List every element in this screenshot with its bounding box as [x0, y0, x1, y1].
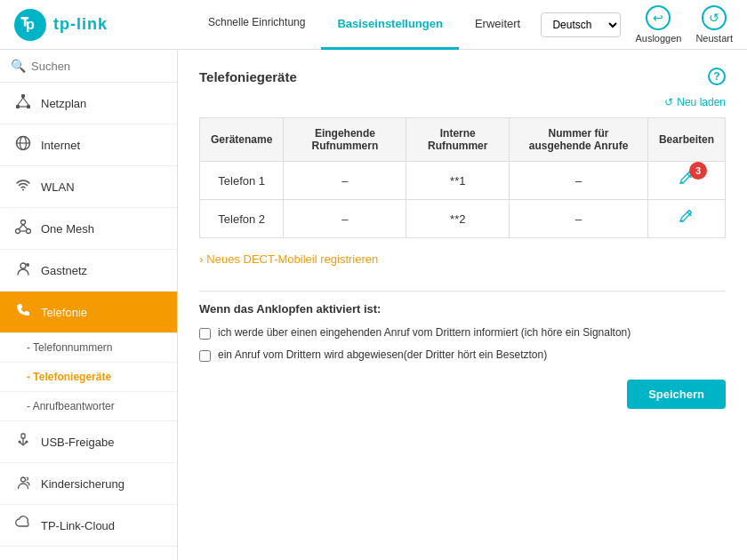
svg-rect-3	[24, 17, 27, 27]
checkbox-label-1: ich werde über einen eingehenden Anruf v…	[218, 326, 631, 339]
help-icon[interactable]: ?	[708, 68, 726, 85]
svg-rect-6	[27, 105, 30, 108]
sidebar-item-gastnetz[interactable]: + Gastnetz	[0, 250, 177, 292]
sidebar-item-usb[interactable]: USB-Freigabe	[0, 421, 177, 463]
cell-edit-2	[647, 200, 725, 238]
sidebar: 🔍 Netzplan	[0, 50, 178, 560]
svg-point-16	[27, 229, 31, 234]
sidebar-item-internet[interactable]: Internet	[0, 124, 177, 166]
sidebar-item-telefonie[interactable]: Telefonie	[0, 292, 177, 333]
restart-icon: ↺	[702, 5, 727, 30]
logout-label: Ausloggen	[635, 33, 681, 44]
network-icon	[14, 93, 32, 113]
sidebar-label-telefonie: Telefonie	[41, 306, 87, 319]
reload-icon: ↺	[664, 96, 673, 108]
top-actions: ↩ Ausloggen ↺ Neustart	[635, 5, 733, 44]
col-header-geraetename: Gerätename	[200, 118, 284, 162]
table-row: Telefon 1 – **1 –	[200, 162, 726, 200]
sidebar-label-netzplan: Netzplan	[41, 97, 86, 110]
reload-label: Neu laden	[677, 96, 726, 108]
cell-edit-1: 3	[647, 162, 725, 200]
reload-button[interactable]: ↺ Neu laden	[199, 96, 726, 108]
cell-outgoing-2: –	[510, 200, 648, 238]
tp-link-logo-icon: p	[14, 9, 46, 41]
logout-button[interactable]: ↩ Ausloggen	[635, 5, 681, 44]
phone-icon	[14, 302, 32, 322]
internet-icon	[14, 135, 32, 155]
sidebar-label-tpcloud: TP-Link-Cloud	[41, 519, 115, 532]
svg-point-14	[21, 220, 26, 225]
checkbox-inform[interactable]	[199, 328, 211, 340]
language-select[interactable]: Deutsch English	[541, 12, 621, 37]
logout-icon: ↩	[646, 5, 671, 30]
call-waiting-title: Wenn das Anklopfen aktiviert ist:	[199, 302, 726, 316]
sidebar-label-usb: USB-Freigabe	[41, 436, 114, 449]
sidebar-item-onemesh[interactable]: One Mesh	[0, 208, 177, 250]
svg-point-27	[19, 441, 21, 444]
col-header-eingehende: Eingehende Rufnummern	[284, 118, 406, 162]
tab-erweitert[interactable]: Erweitert	[459, 0, 536, 50]
checkbox-label-2: ein Anruf vom Drittern wird abgewiesen(d…	[218, 348, 547, 361]
svg-line-8	[23, 98, 28, 105]
checkbox-reject[interactable]	[199, 350, 211, 362]
restart-button[interactable]: ↺ Neustart	[695, 5, 733, 44]
sidebar-label-onemesh: One Mesh	[41, 222, 94, 236]
edit-badge-container: 3	[679, 171, 695, 190]
tab-basiseinstellungen[interactable]: Basiseinstellungen	[321, 0, 458, 50]
table-row: Telefon 2 – **2 –	[200, 200, 726, 238]
guest-icon: +	[14, 260, 32, 280]
section-title-row: Telefoniegeräte ?	[199, 68, 726, 85]
svg-line-18	[23, 225, 28, 230]
tab-schnelle-einrichtung[interactable]: Schnelle Einrichtung	[192, 0, 321, 50]
svg-point-13	[22, 189, 24, 191]
checkbox-row-1: ich werde über einen eingehenden Anruf v…	[199, 326, 726, 340]
save-button[interactable]: Speichern	[627, 380, 726, 409]
sidebar-label-gastnetz: Gastnetz	[41, 264, 87, 277]
cell-name-1: Telefon 1	[200, 162, 284, 200]
search-box: 🔍	[0, 50, 177, 83]
svg-line-7	[18, 98, 23, 105]
svg-line-17	[19, 225, 23, 230]
svg-point-15	[16, 229, 20, 234]
svg-rect-4	[21, 94, 25, 98]
col-header-ausgehende: Nummer für ausgehende Anrufe	[510, 118, 648, 162]
search-input[interactable]	[31, 60, 166, 73]
sidebar-subitem-telefonnummern[interactable]: - Telefonnummern	[0, 333, 177, 363]
sidebar-subitem-anrufbeantworter[interactable]: - Anrufbeantworter	[0, 392, 177, 421]
restart-label: Neustart	[695, 33, 733, 44]
cell-incoming-2: –	[284, 200, 406, 238]
search-icon: 🔍	[11, 59, 26, 73]
sidebar-label-internet: Internet	[41, 139, 80, 152]
sidebar-label-kindersicherung: Kindersicherung	[41, 477, 124, 491]
sidebar-item-netzplan[interactable]: Netzplan	[0, 83, 177, 124]
sidebar-subitem-telefoniegeraete[interactable]: - Telefoniegeräte	[0, 363, 177, 392]
section-title: Telefoniegeräte	[199, 69, 297, 84]
top-bar: p tp-link Schnelle Einrichtung Basiseins…	[0, 0, 747, 50]
cell-name-2: Telefon 2	[200, 200, 284, 238]
col-header-interne: Interne Rufnummer	[406, 118, 510, 162]
edit-icon-2[interactable]	[679, 212, 695, 228]
cell-incoming-1: –	[284, 162, 406, 200]
cell-internal-2: **2	[406, 200, 510, 238]
svg-rect-5	[16, 105, 20, 108]
checkbox-row-2: ein Anruf vom Drittern wird abgewiesen(d…	[199, 348, 726, 362]
main-content: Telefoniegeräte ? ↺ Neu laden Gerätename…	[178, 50, 747, 560]
sidebar-item-tpcloud[interactable]: TP-Link-Cloud	[0, 505, 177, 547]
sidebar-item-kindersicherung[interactable]: Kindersicherung	[0, 463, 177, 505]
edit-badge: 3	[689, 162, 707, 180]
mesh-icon	[14, 219, 32, 238]
wifi-icon	[14, 177, 32, 196]
usb-icon	[14, 432, 32, 452]
main-layout: 🔍 Netzplan	[0, 50, 747, 560]
cell-outgoing-1: –	[510, 162, 648, 200]
col-header-bearbeiten: Bearbeiten	[647, 118, 725, 162]
dect-register-link[interactable]: › Neues DECT-Mobileil registrieren	[199, 252, 378, 266]
telefonie-table: Gerätename Eingehende Rufnummern Interne…	[199, 117, 726, 238]
dect-link-text: Neues DECT-Mobileil registrieren	[206, 252, 378, 266]
sidebar-item-wlan[interactable]: WLAN	[0, 166, 177, 208]
svg-point-28	[26, 441, 28, 444]
save-section: Speichern	[199, 380, 726, 409]
nav-tabs: Schnelle Einrichtung Basiseinstellungen …	[192, 0, 541, 50]
call-waiting-section: Wenn das Anklopfen aktiviert ist: ich we…	[199, 302, 726, 362]
cloud-icon	[14, 516, 32, 535]
